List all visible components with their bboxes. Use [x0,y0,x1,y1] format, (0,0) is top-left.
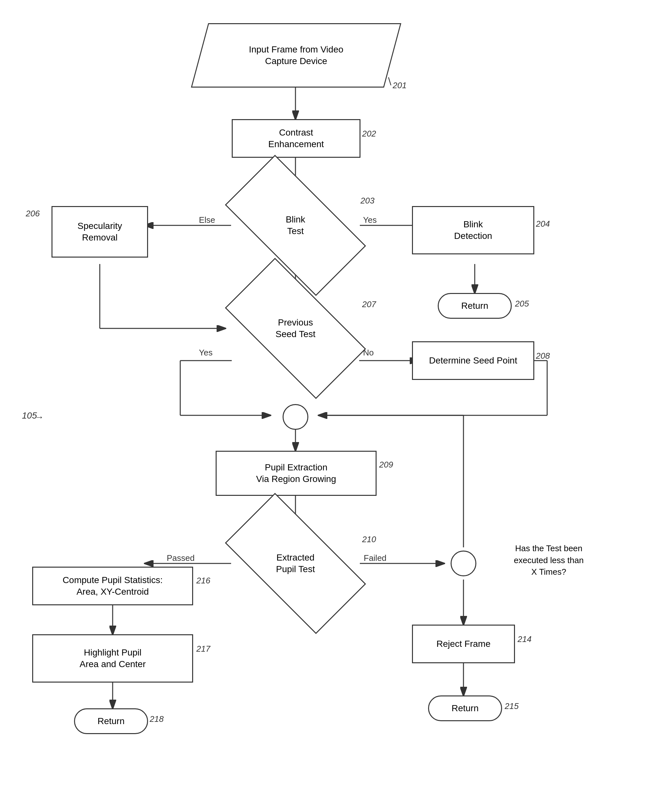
pupil-extraction-shape: Pupil Extraction Via Region Growing [216,451,377,496]
ref-215: 215 [505,701,518,711]
else-blink-label: Else [199,215,215,225]
failed-label: Failed [364,553,387,563]
no-seed-label: No [363,348,374,358]
compute-pupil-shape: Compute Pupil Statistics: Area, XY-Centr… [32,567,193,605]
blink-detection-shape: Blink Detection [412,206,534,254]
ref-207: 207 [362,299,376,310]
passed-label: Passed [167,553,195,563]
contrast-enhancement-label: Contrast Enhancement [268,127,324,150]
return-215-shape: Return [428,696,502,721]
pupil-extraction-label: Pupil Extraction Via Region Growing [256,462,336,485]
previous-seed-test-shape: Previous Seed Test [231,293,360,364]
has-test-been-label: Has the Test been executed less than X T… [514,542,584,578]
ref-216: 216 [196,576,210,586]
ref-204: 204 [536,219,550,229]
ref-203: 203 [360,196,374,206]
highlight-pupil-label: Highlight Pupil Area and Center [79,647,145,670]
ref-214: 214 [518,634,531,644]
yes-seed-label: Yes [199,348,212,358]
contrast-enhancement-shape: Contrast Enhancement [232,119,360,158]
yes-blink-label: Yes [363,215,377,225]
ref-208: 208 [536,351,550,361]
reject-frame-shape: Reject Frame [412,624,515,663]
ref-210: 210 [362,534,376,545]
ref-205: 205 [515,299,529,309]
compute-pupil-label: Compute Pupil Statistics: Area, XY-Centr… [63,574,163,598]
specularity-removal-label: Specularity Removal [78,220,122,244]
reject-frame-label: Reject Frame [436,638,491,650]
specularity-removal-shape: Specularity Removal [52,206,148,258]
return-218-label: Return [98,716,125,727]
return-205-label: Return [461,300,488,312]
determine-seed-point-label: Determine Seed Point [429,355,517,366]
highlight-pupil-shape: Highlight Pupil Area and Center [32,634,193,682]
extracted-pupil-test-label: Extracted Pupil Test [276,552,315,575]
ref-202: 202 [362,129,376,139]
blink-detection-label: Blink Detection [454,218,492,242]
return-205-shape: Return [438,293,512,319]
has-test-been-shape: Has the Test been executed less than X T… [481,534,616,586]
input-frame-label: Input Frame from Video Capture Device [249,44,343,67]
circle-211 [451,551,476,576]
ref-206: 206 [26,209,40,218]
ref-217: 217 [196,644,210,654]
ref-201: 201 [393,81,407,90]
ref-105-arrow: → [35,412,44,423]
junction-circle [283,404,308,430]
return-215-label: Return [451,702,479,714]
input-frame-shape: Input Frame from Video Capture Device [200,23,393,88]
previous-seed-test-label: Previous Seed Test [276,317,316,340]
ref-218: 218 [149,714,163,724]
return-218-shape: Return [74,708,148,734]
blink-test-shape: Blink Test [231,190,360,261]
ref-209: 209 [379,460,393,470]
extracted-pupil-test-shape: Extracted Pupil Test [231,528,360,599]
flowchart-diagram: Input Frame from Video Capture Device 20… [0,0,645,812]
blink-test-label: Blink Test [286,214,305,237]
determine-seed-point-shape: Determine Seed Point [412,341,534,380]
